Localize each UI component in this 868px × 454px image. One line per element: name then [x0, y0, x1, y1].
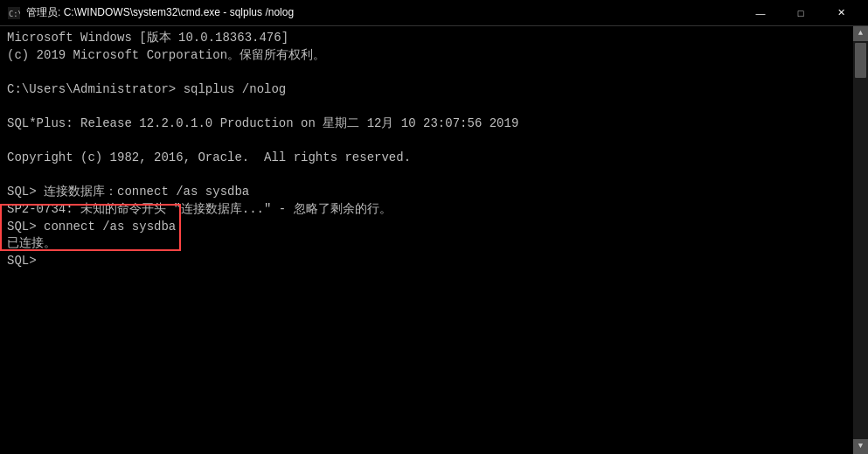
- terminal-line: SQL> connect /as sysdba: [7, 219, 861, 236]
- window-title: 管理员: C:\WINDOWS\system32\cmd.exe - sqlpl…: [26, 5, 294, 20]
- terminal-line: 已连接。: [7, 235, 861, 253]
- window-controls: — □ ✕: [740, 0, 861, 26]
- terminal-line: Microsoft Windows [版本 10.0.18363.476]: [7, 30, 861, 47]
- scrollbar-thumb[interactable]: [855, 43, 866, 78]
- svg-text:C:\: C:\: [9, 9, 20, 17]
- terminal-line: (c) 2019 Microsoft Corporation。保留所有权利。: [7, 47, 861, 65]
- terminal-line: [7, 304, 861, 322]
- terminal-window[interactable]: Microsoft Windows [版本 10.0.18363.476](c)…: [0, 26, 868, 454]
- title-bar: C:\ 管理员: C:\WINDOWS\system32\cmd.exe - s…: [0, 0, 868, 26]
- scroll-up-arrow[interactable]: ▲: [853, 26, 868, 41]
- terminal-line: [7, 389, 861, 407]
- cmd-icon: C:\: [7, 6, 21, 20]
- close-button[interactable]: ✕: [821, 0, 861, 26]
- terminal-line: [7, 167, 861, 185]
- terminal-line: [7, 269, 861, 287]
- terminal-line: [7, 373, 861, 390]
- terminal-line: [7, 133, 861, 150]
- terminal-line: SQL> 连接数据库：connect /as sysdba: [7, 184, 861, 201]
- terminal-content: Microsoft Windows [版本 10.0.18363.476](c)…: [7, 30, 861, 424]
- scrollbar[interactable]: ▲ ▼: [853, 26, 868, 454]
- terminal-line: [7, 321, 861, 339]
- terminal-line: SQL>: [7, 253, 861, 270]
- terminal-line: [7, 64, 861, 81]
- terminal-line: [7, 355, 861, 373]
- terminal-line: SQL*Plus: Release 12.2.0.1.0 Production …: [7, 115, 861, 133]
- terminal-line: SP2-0734: 未知的命令开头 "连接数据库..." - 忽略了剩余的行。: [7, 201, 861, 219]
- scroll-down-arrow[interactable]: ▼: [853, 439, 868, 454]
- terminal-line: [7, 98, 861, 115]
- scrollbar-track[interactable]: [853, 41, 868, 439]
- terminal-line: [7, 287, 861, 304]
- terminal-line: [7, 407, 861, 424]
- minimize-button[interactable]: —: [740, 0, 781, 26]
- terminal-line: Copyright (c) 1982, 2016, Oracle. All ri…: [7, 150, 861, 167]
- terminal-line: C:\Users\Administrator> sqlplus /nolog: [7, 81, 861, 99]
- title-bar-left: C:\ 管理员: C:\WINDOWS\system32\cmd.exe - s…: [7, 5, 294, 20]
- terminal-line: [7, 339, 861, 356]
- restore-button[interactable]: □: [781, 0, 821, 26]
